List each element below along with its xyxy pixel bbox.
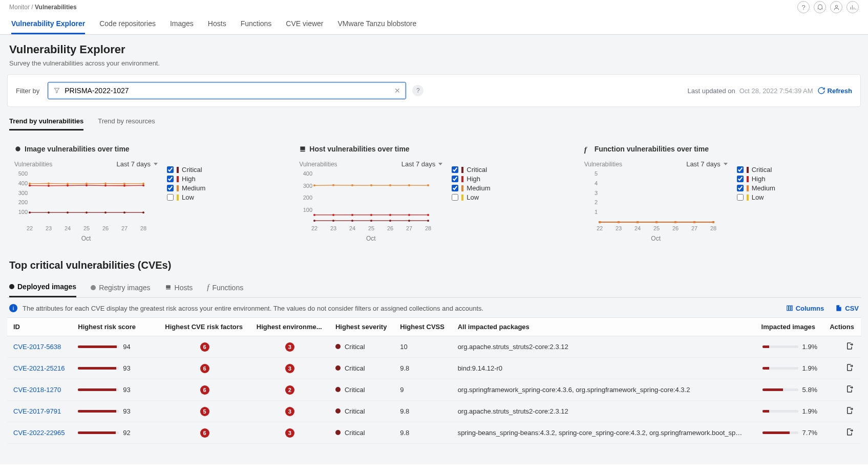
cve-link[interactable]: CVE-2018-1270	[13, 386, 61, 394]
svg-point-19	[123, 211, 125, 213]
tab-registry-images[interactable]: Registry images	[91, 279, 150, 297]
user-icon[interactable]	[830, 1, 842, 13]
refresh-icon	[817, 86, 825, 95]
col-header[interactable]: Highest CVE risk factors	[159, 318, 250, 336]
legend-high[interactable]	[167, 176, 174, 182]
tab-code-repos[interactable]: Code repositories	[99, 19, 156, 34]
col-header[interactable]: Highest environme...	[250, 318, 329, 336]
bell-icon[interactable]	[814, 1, 826, 13]
chart-range-select[interactable]: Last 7 days	[686, 160, 728, 168]
tab-functions[interactable]: Functions	[241, 19, 272, 34]
svg-text:23: 23	[616, 225, 622, 231]
last-updated: Last updated on Oct 28, 2022 7:54:39 AM …	[688, 86, 853, 95]
impacted-packages: org.apache.struts_struts2-core:2.3.12	[458, 343, 745, 351]
cve-link[interactable]: CVE-2021-25216	[13, 364, 65, 372]
svg-text:400: 400	[18, 180, 28, 186]
columns-icon	[786, 305, 793, 312]
svg-text:23: 23	[46, 225, 52, 231]
chart-range-select[interactable]: Last 7 days	[401, 160, 443, 168]
filter-input[interactable]	[65, 86, 390, 95]
legend-high[interactable]	[452, 176, 458, 182]
legend-high[interactable]	[737, 176, 744, 182]
table-row[interactable]: CVE-2022-22965 92 6 3 Critical 9.8 sprin…	[7, 422, 861, 444]
refresh-button[interactable]: Refresh	[817, 86, 852, 95]
svg-point-26	[123, 185, 125, 187]
col-header[interactable]: Actions	[823, 318, 861, 336]
col-header[interactable]: ID	[7, 318, 72, 336]
svg-point-101	[712, 221, 714, 223]
chart-ylabel: Vulnerabilities	[584, 161, 622, 168]
clear-filter-icon[interactable]: ✕	[394, 86, 400, 95]
svg-rect-105	[789, 306, 790, 310]
svg-point-31	[86, 183, 88, 185]
tab-cve-functions[interactable]: f Functions	[207, 279, 243, 297]
tab-tanzu[interactable]: VMware Tanzu blobstore	[338, 19, 417, 34]
svg-point-65	[370, 184, 372, 186]
cve-link[interactable]: CVE-2017-5638	[13, 343, 61, 351]
row-actions[interactable]	[845, 366, 855, 374]
filter-label: Filter by	[16, 87, 39, 95]
help-icon[interactable]: ?	[797, 1, 810, 13]
col-header[interactable]: Highest CVSS	[394, 318, 451, 336]
chart-card: Image vulnerabilities over time Vulnerab…	[14, 145, 284, 242]
legend-low[interactable]	[167, 194, 174, 201]
legend-critical[interactable]	[737, 166, 744, 173]
svg-text:300: 300	[18, 190, 28, 196]
chart-range-select[interactable]: Last 7 days	[117, 160, 158, 168]
svg-text:22: 22	[597, 225, 603, 231]
col-header[interactable]: Impacted images	[755, 318, 824, 336]
table-row[interactable]: CVE-2018-1270 93 6 2 Critical 9 org.spri…	[7, 379, 861, 401]
tab-deployed-images[interactable]: Deployed images	[9, 279, 76, 297]
cvss: 9.8	[394, 422, 451, 444]
legend-critical[interactable]	[167, 166, 174, 173]
host-icon	[165, 284, 172, 291]
legend-medium[interactable]	[167, 185, 174, 191]
table-row[interactable]: CVE-2017-5638 94 6 3 Critical 10 org.apa…	[7, 336, 861, 358]
tab-trend-vuln[interactable]: Trend by vulnerabilities	[9, 117, 83, 131]
svg-text:24: 24	[65, 225, 71, 231]
breadcrumb-root[interactable]: Monitor	[9, 4, 30, 11]
table-row[interactable]: CVE-2021-25216 93 6 3 Critical 9.8 bind:…	[7, 358, 861, 379]
analytics-icon[interactable]	[846, 1, 859, 13]
tab-trend-res[interactable]: Trend by resources	[98, 117, 155, 131]
severity: Critical	[345, 429, 365, 437]
legend-medium[interactable]	[737, 185, 744, 191]
svg-point-63	[332, 184, 334, 186]
svg-point-62	[313, 184, 315, 186]
col-header[interactable]: Highest risk score	[72, 318, 159, 336]
svg-point-0	[835, 5, 837, 7]
row-actions[interactable]	[845, 430, 855, 438]
svg-point-68	[427, 184, 429, 186]
legend-low[interactable]	[737, 194, 744, 201]
columns-button[interactable]: Columns	[786, 305, 824, 312]
svg-text:28: 28	[710, 225, 716, 231]
svg-text:100: 100	[18, 209, 28, 215]
svg-point-66	[389, 184, 391, 186]
cve-link[interactable]: CVE-2022-22965	[13, 429, 65, 437]
tab-vuln-explorer[interactable]: Vulnerability Explorer	[11, 19, 85, 34]
legend-low[interactable]	[452, 194, 458, 201]
severity: Critical	[345, 343, 365, 351]
row-actions[interactable]	[845, 344, 855, 352]
row-actions[interactable]	[845, 387, 855, 395]
legend-medium[interactable]	[452, 185, 458, 191]
col-header[interactable]: All impacted packages	[452, 318, 755, 336]
svg-point-18	[104, 211, 107, 213]
filter-help-icon[interactable]: ?	[412, 85, 424, 96]
table-row[interactable]: CVE-2017-9791 93 5 3 Critical 9.8 org.ap…	[7, 401, 861, 422]
svg-point-67	[408, 184, 410, 186]
tab-hosts[interactable]: Hosts	[208, 19, 226, 34]
csv-button[interactable]: CSV	[835, 305, 859, 312]
svg-point-51	[370, 220, 372, 222]
svg-point-55	[313, 214, 315, 216]
tab-cve-viewer[interactable]: CVE viewer	[286, 19, 323, 34]
svg-point-96	[618, 221, 620, 223]
tab-cve-hosts[interactable]: Hosts	[165, 279, 193, 297]
col-header[interactable]: Highest severity	[329, 318, 394, 336]
legend-critical[interactable]	[452, 166, 458, 173]
impacted-images: 1.9%	[761, 364, 818, 372]
cve-link[interactable]: CVE-2017-9791	[13, 407, 61, 415]
row-actions[interactable]	[845, 409, 855, 417]
tab-images[interactable]: Images	[170, 19, 194, 34]
filter-box[interactable]: ✕	[48, 82, 406, 99]
